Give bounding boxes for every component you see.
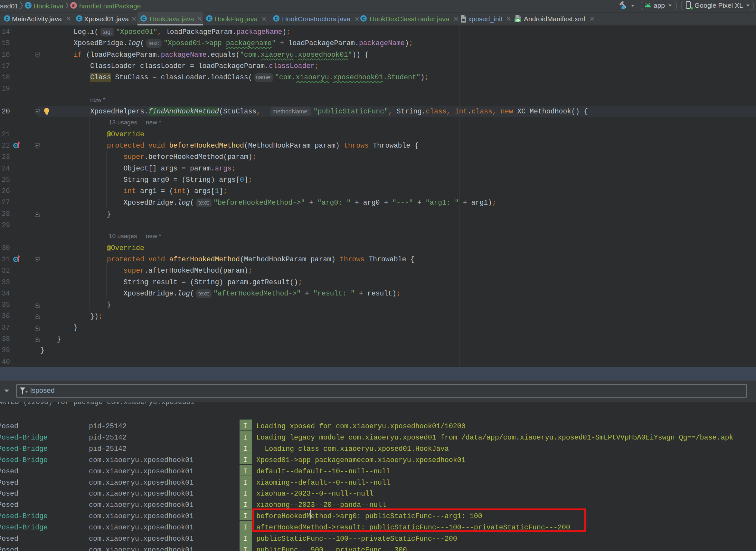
svg-text:C: C — [78, 16, 81, 21]
svg-text:C: C — [5, 16, 9, 21]
svg-text:C: C — [275, 16, 278, 21]
svg-text:C: C — [208, 16, 211, 21]
svg-text:C: C — [362, 16, 365, 21]
svg-text:C: C — [27, 3, 30, 8]
svg-text:m: m — [71, 3, 75, 8]
svg-text:MF: MF — [515, 19, 520, 22]
svg-text:C: C — [142, 16, 145, 21]
